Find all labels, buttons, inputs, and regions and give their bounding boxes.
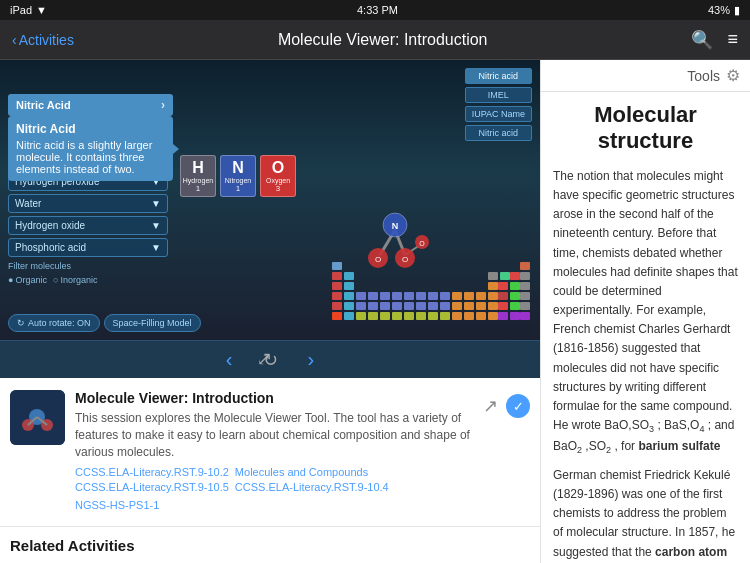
svg-rect-69 bbox=[440, 312, 450, 320]
svg-rect-20 bbox=[332, 282, 342, 290]
periodic-table-mini[interactable] bbox=[332, 262, 532, 330]
right-panel: Tools ⚙ Molecular structure The notion t… bbox=[540, 60, 750, 563]
link-rst-3[interactable]: CCSS.ELA-Literacy.RST.9-10.4 bbox=[235, 481, 389, 493]
phosphoric-acid-dropdown[interactable]: Phosphoric acid▼ bbox=[8, 238, 168, 257]
na-close-icon[interactable]: › bbox=[161, 98, 165, 112]
left-panel: Nitric Acid › Nitric Acid Nitric acid is… bbox=[0, 60, 540, 563]
expand-button[interactable]: ⤢ bbox=[257, 350, 270, 369]
svg-rect-47 bbox=[380, 302, 390, 310]
link-ngss-1[interactable]: NGSS-HS-PS1-1 bbox=[75, 499, 159, 511]
session-thumbnail bbox=[10, 390, 65, 445]
back-button[interactable]: ‹ Activities bbox=[12, 32, 74, 48]
inorganic-radio-btn[interactable]: ○ bbox=[53, 275, 58, 285]
svg-rect-40 bbox=[498, 292, 508, 300]
svg-rect-58 bbox=[510, 302, 520, 310]
svg-rect-51 bbox=[428, 302, 438, 310]
element-hydrogen[interactable]: H Hydrogen 1 bbox=[180, 155, 216, 197]
related-header: Related Activities bbox=[0, 527, 540, 558]
menu-icon[interactable]: ≡ bbox=[727, 29, 738, 51]
article-para-2: German chemist Friedrick Kekulé (1829-18… bbox=[553, 466, 738, 563]
ipad-label: iPad bbox=[10, 4, 32, 16]
svg-rect-61 bbox=[344, 312, 354, 320]
svg-rect-29 bbox=[368, 292, 378, 300]
tooltip-body: Nitric acid is a slightly larger molecul… bbox=[16, 139, 165, 175]
share-button[interactable]: ↗ bbox=[483, 395, 498, 417]
molecule-viewer[interactable]: Nitric Acid › Nitric Acid Nitric acid is… bbox=[0, 60, 540, 340]
hydrogen-name: Hydrogen bbox=[183, 177, 213, 184]
hydrogen-oxide-dropdown[interactable]: Hydrogen oxide▼ bbox=[8, 216, 168, 235]
viewer-tab-nitric[interactable]: Nitric acid bbox=[465, 68, 532, 84]
session-desc: This session explores the Molecule Viewe… bbox=[75, 410, 473, 460]
inorganic-radio[interactable]: ○ Inorganic bbox=[53, 275, 97, 285]
link-rst-2[interactable]: CCSS.ELA-Literacy.RST.9-10.5 bbox=[75, 481, 229, 493]
article-body: The notion that molecules might have spe… bbox=[553, 167, 738, 563]
svg-text:O: O bbox=[419, 240, 425, 247]
viewer-tab-imel[interactable]: IMEL bbox=[465, 87, 532, 103]
wifi-icon: ▼ bbox=[36, 4, 47, 16]
oxygen-count: 3 bbox=[276, 184, 280, 193]
svg-rect-44 bbox=[344, 302, 354, 310]
organic-radio-btn[interactable]: ● bbox=[8, 275, 13, 285]
tools-bar: Tools ⚙ bbox=[541, 60, 750, 92]
svg-rect-43 bbox=[332, 302, 342, 310]
battery-icon: ▮ bbox=[734, 4, 740, 17]
svg-rect-22 bbox=[488, 282, 498, 290]
organic-label: Organic bbox=[15, 275, 47, 285]
page-title: Molecule Viewer: Introduction bbox=[74, 31, 692, 49]
nitric-acid-label[interactable]: Nitric Acid › bbox=[8, 94, 173, 116]
svg-rect-42 bbox=[520, 292, 530, 300]
element-oxygen[interactable]: O Oxygen 3 bbox=[260, 155, 296, 197]
nitrogen-count: 1 bbox=[236, 184, 240, 193]
nav-actions: 🔍 ≡ bbox=[691, 29, 738, 51]
dropdown-value2: Water bbox=[15, 198, 41, 209]
svg-rect-31 bbox=[392, 292, 402, 300]
svg-rect-71 bbox=[464, 312, 474, 320]
organic-radio[interactable]: ● Organic bbox=[8, 275, 47, 285]
dropdown-arrow2: ▼ bbox=[151, 198, 161, 209]
dropdown-value4: Phosphoric acid bbox=[15, 242, 86, 253]
svg-rect-50 bbox=[416, 302, 426, 310]
svg-rect-63 bbox=[368, 312, 378, 320]
viewer-tab-iupac[interactable]: IUPAC Name bbox=[465, 106, 532, 122]
svg-rect-13 bbox=[520, 262, 530, 270]
svg-rect-33 bbox=[416, 292, 426, 300]
svg-rect-59 bbox=[520, 302, 530, 310]
svg-rect-18 bbox=[510, 272, 520, 280]
svg-rect-65 bbox=[392, 312, 402, 320]
nitrogen-symbol: N bbox=[232, 159, 244, 177]
svg-rect-60 bbox=[332, 312, 342, 320]
next-button[interactable]: › bbox=[308, 348, 315, 371]
svg-rect-52 bbox=[440, 302, 450, 310]
dropdown-arrow4: ▼ bbox=[151, 242, 161, 253]
search-icon[interactable]: 🔍 bbox=[691, 29, 713, 51]
link-rst-1[interactable]: CCSS.ELA-Literacy.RST.9-10.2 bbox=[75, 466, 229, 478]
element-nitrogen[interactable]: N Nitrogen 1 bbox=[220, 155, 256, 197]
auto-rotate-toggle[interactable]: ↻ Auto rotate: ON bbox=[8, 314, 100, 332]
svg-rect-21 bbox=[344, 282, 354, 290]
svg-rect-57 bbox=[498, 302, 508, 310]
svg-rect-41 bbox=[510, 292, 520, 300]
viewer-tab-nitric2[interactable]: Nitric acid bbox=[465, 125, 532, 141]
svg-rect-17 bbox=[500, 272, 510, 280]
space-filling-toggle[interactable]: Space-Filling Model bbox=[104, 314, 201, 332]
status-bar: iPad ▼ 4:33 PM 43% ▮ bbox=[0, 0, 750, 20]
bold-carbon-atom: carbon atom bbox=[655, 545, 727, 559]
viewer-tabs: Nitric acid IMEL IUPAC Name Nitric acid bbox=[465, 68, 532, 141]
battery-label: 43% bbox=[708, 4, 730, 16]
back-label[interactable]: Activities bbox=[19, 32, 74, 48]
article-para-1: The notion that molecules might have spe… bbox=[553, 167, 738, 458]
status-left: iPad ▼ bbox=[10, 4, 47, 16]
tooltip-title: Nitric Acid bbox=[16, 122, 165, 136]
svg-rect-36 bbox=[452, 292, 462, 300]
svg-rect-66 bbox=[404, 312, 414, 320]
svg-rect-30 bbox=[380, 292, 390, 300]
svg-rect-16 bbox=[488, 272, 498, 280]
viewer-nav: ‹ ↻ › ⤢ bbox=[0, 340, 540, 378]
tooltip: Nitric Acid Nitric acid is a slightly la… bbox=[8, 116, 173, 181]
gear-icon[interactable]: ⚙ bbox=[726, 66, 740, 85]
link-compounds-1[interactable]: Molecules and Compounds bbox=[235, 466, 368, 478]
svg-rect-26 bbox=[332, 292, 342, 300]
water-dropdown[interactable]: Water▼ bbox=[8, 194, 168, 213]
prev-button[interactable]: ‹ bbox=[226, 348, 233, 371]
filter-row: ● Organic ○ Inorganic bbox=[8, 275, 168, 285]
